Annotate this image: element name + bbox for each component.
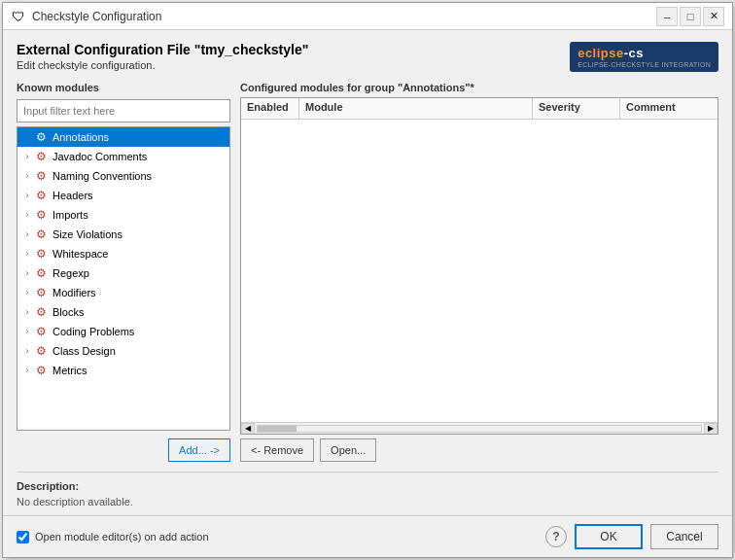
content-area: External Configuration File "tmy_checkst… <box>3 30 732 515</box>
list-item[interactable]: › ⚙ Coding Problems <box>18 322 229 341</box>
logo: eclipse-cs ECLIPSE-CHECKSTYLE INTEGRATIO… <box>578 46 711 68</box>
module-icon: ⚙ <box>33 207 49 223</box>
horizontal-scrollbar[interactable]: ◀ ▶ <box>241 422 718 434</box>
module-icon: ⚙ <box>33 246 49 262</box>
left-panel: Known modules › ⚙ Annotations › ⚙ Javado… <box>17 82 230 462</box>
expand-arrow-icon: › <box>21 327 33 336</box>
header-section: External Configuration File "tmy_checkst… <box>17 42 718 72</box>
expand-arrow-icon: › <box>21 288 33 298</box>
col-header-comment: Comment <box>620 98 718 119</box>
cancel-button[interactable]: Cancel <box>650 524 718 549</box>
expand-arrow-icon: › <box>21 249 33 259</box>
module-icon: ⚙ <box>33 285 49 300</box>
col-header-severity: Severity <box>533 98 620 119</box>
list-item[interactable]: › ⚙ Annotations <box>18 127 229 147</box>
config-title: External Configuration File "tmy_checkst… <box>17 42 308 57</box>
expand-arrow-icon: › <box>21 191 33 200</box>
module-label: Javadoc Comments <box>52 151 147 162</box>
module-label: Size Violations <box>52 228 122 240</box>
expand-arrow-icon: › <box>21 366 33 375</box>
checkbox-row: Open module editor(s) on add action <box>17 531 209 543</box>
open-editor-checkbox[interactable] <box>17 531 29 543</box>
window-controls: – □ ✕ <box>656 7 724 26</box>
module-list[interactable]: › ⚙ Annotations › ⚙ Javadoc Comments › ⚙… <box>18 127 229 430</box>
description-text: No description available. <box>17 496 718 508</box>
module-label: Whitespace <box>52 248 108 260</box>
expand-arrow-icon: › <box>21 132 33 142</box>
module-icon: ⚙ <box>33 265 49 281</box>
list-item[interactable]: › ⚙ Whitespace <box>18 244 229 263</box>
module-list-container: › ⚙ Annotations › ⚙ Javadoc Comments › ⚙… <box>17 126 230 431</box>
module-label: Modifiers <box>52 287 96 298</box>
list-item[interactable]: › ⚙ Modifiers <box>18 283 229 302</box>
expand-arrow-icon: › <box>21 152 33 161</box>
module-icon: ⚙ <box>33 343 49 359</box>
list-item[interactable]: › ⚙ Class Design <box>18 341 229 361</box>
table-body <box>241 120 718 422</box>
module-icon: ⚙ <box>33 129 49 145</box>
list-item[interactable]: › ⚙ Metrics <box>18 361 229 380</box>
module-icon: ⚙ <box>33 168 49 184</box>
list-item[interactable]: › ⚙ Blocks <box>18 302 229 322</box>
minimize-button[interactable]: – <box>656 7 678 26</box>
module-icon: ⚙ <box>33 188 49 203</box>
scroll-left-button[interactable]: ◀ <box>241 423 255 435</box>
title-bar: 🛡 Checkstyle Configuration – □ ✕ <box>3 3 732 30</box>
description-title: Description: <box>17 480 718 492</box>
close-button[interactable]: ✕ <box>703 7 724 26</box>
expand-arrow-icon: › <box>21 210 33 220</box>
module-icon: ⚙ <box>33 363 49 378</box>
right-panel: Configured modules for group "Annotation… <box>240 82 718 462</box>
module-icon: ⚙ <box>33 304 49 320</box>
module-label: Class Design <box>52 345 116 357</box>
list-item[interactable]: › ⚙ Size Violations <box>18 225 229 244</box>
logo-sub: ECLIPSE-CHECKSTYLE INTEGRATION <box>578 61 711 68</box>
checkbox-label: Open module editor(s) on add action <box>35 531 209 542</box>
config-subtitle: Edit checkstyle configuration. <box>17 59 308 71</box>
main-window: 🛡 Checkstyle Configuration – □ ✕ Externa… <box>2 2 733 558</box>
logo-area: eclipse-cs ECLIPSE-CHECKSTYLE INTEGRATIO… <box>570 42 718 72</box>
list-item[interactable]: › ⚙ Javadoc Comments <box>18 147 229 166</box>
filter-input[interactable] <box>17 99 230 122</box>
col-header-module: Module <box>299 98 533 119</box>
col-header-enabled: Enabled <box>241 98 299 119</box>
open-button[interactable]: Open... <box>320 438 376 462</box>
list-item[interactable]: › ⚙ Headers <box>18 186 229 205</box>
header-text: External Configuration File "tmy_checkst… <box>17 42 308 71</box>
window-title: Checkstyle Configuration <box>32 10 161 23</box>
app-icon: 🛡 <box>11 9 26 24</box>
maximize-button[interactable]: □ <box>680 7 701 26</box>
expand-arrow-icon: › <box>21 229 33 239</box>
action-row: <- Remove Open... <box>240 438 718 462</box>
list-item[interactable]: › ⚙ Naming Conventions <box>18 166 229 186</box>
description-section: Description: No description available. <box>17 472 718 508</box>
title-bar-left: 🛡 Checkstyle Configuration <box>11 9 161 24</box>
scroll-track[interactable] <box>257 425 702 433</box>
scroll-right-button[interactable]: ▶ <box>704 423 718 435</box>
add-button[interactable]: Add... -> <box>168 438 230 462</box>
module-label: Headers <box>52 190 93 201</box>
expand-arrow-icon: › <box>21 307 33 317</box>
known-modules-title: Known modules <box>17 82 230 93</box>
module-label: Naming Conventions <box>52 170 152 182</box>
bottom-right: ? OK Cancel <box>545 524 718 549</box>
scroll-thumb[interactable] <box>258 426 297 432</box>
ok-button[interactable]: OK <box>575 524 643 549</box>
module-icon: ⚙ <box>33 227 49 242</box>
module-label: Coding Problems <box>52 326 134 337</box>
bottom-bar: Open module editor(s) on add action ? OK… <box>3 515 732 557</box>
module-label: Metrics <box>52 365 87 376</box>
module-label: Blocks <box>52 306 84 318</box>
table-header: Enabled Module Severity Comment <box>241 98 718 120</box>
right-panel-title: Configured modules for group "Annotation… <box>240 82 718 93</box>
help-button[interactable]: ? <box>545 526 567 547</box>
module-label: Regexp <box>52 267 89 279</box>
module-label: Imports <box>52 209 88 221</box>
list-item[interactable]: › ⚙ Imports <box>18 205 229 225</box>
add-btn-row: Add... -> <box>17 438 230 462</box>
expand-arrow-icon: › <box>21 171 33 181</box>
configured-table: Enabled Module Severity Comment ◀ ▶ <box>240 97 718 435</box>
list-item[interactable]: › ⚙ Regexp <box>18 263 229 283</box>
module-icon: ⚙ <box>33 324 49 339</box>
remove-button[interactable]: <- Remove <box>240 438 314 462</box>
